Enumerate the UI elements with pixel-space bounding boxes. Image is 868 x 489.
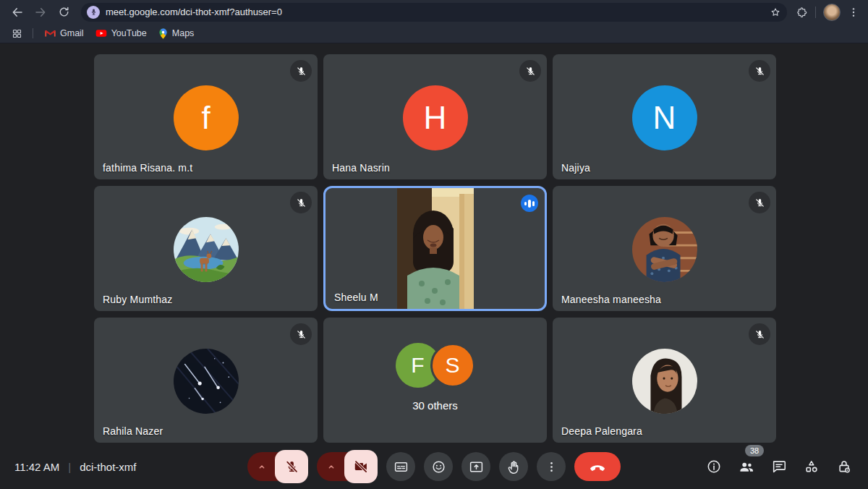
address-bar[interactable]: meet.google.com/dci-thot-xmf?authuser=0 bbox=[81, 3, 787, 22]
bookmark-star-icon[interactable] bbox=[770, 7, 781, 18]
avatar-letter: S bbox=[445, 353, 459, 378]
browser-toolbar: meet.google.com/dci-thot-xmf?authuser=0 bbox=[0, 0, 868, 24]
others-tile[interactable]: F S 30 others bbox=[323, 318, 547, 443]
chat-icon bbox=[771, 459, 787, 475]
chevron-up-icon bbox=[326, 461, 337, 472]
participant-name: Maneesha maneesha bbox=[561, 294, 661, 305]
participant-name: fathima Risana. m.t bbox=[103, 162, 192, 174]
toolbar-right-cluster bbox=[793, 4, 862, 21]
meeting-bottom-bar: 11:42 AM | dci-thot-xmf bbox=[0, 444, 868, 489]
meeting-details-button[interactable] bbox=[705, 457, 723, 476]
meeting-code: dci-thot-xmf bbox=[80, 461, 136, 473]
participant-grid: f fathima Risana. m.t H Hana Nasrin N Na… bbox=[94, 54, 776, 443]
avatar-letter: H bbox=[424, 100, 447, 136]
others-avatars: F S bbox=[396, 343, 475, 388]
bookmark-maps[interactable]: Maps bbox=[153, 26, 200, 41]
call-controls bbox=[247, 450, 621, 483]
muted-mic-icon bbox=[290, 323, 312, 345]
participant-name: Sheelu M bbox=[334, 292, 378, 303]
participant-tile-hana[interactable]: H Hana Nasrin bbox=[323, 54, 547, 179]
present-screen-icon bbox=[469, 459, 484, 475]
microphone-icon bbox=[90, 8, 98, 16]
bookmark-gmail[interactable]: Gmail bbox=[39, 26, 90, 41]
extensions-button[interactable] bbox=[796, 6, 808, 18]
apps-grid-icon bbox=[12, 28, 22, 39]
chevron-up-icon bbox=[256, 461, 268, 472]
muted-mic-icon bbox=[749, 323, 770, 345]
raise-hand-icon bbox=[506, 459, 522, 475]
participant-tile-deepa[interactable]: Deepa Palengara bbox=[553, 318, 776, 443]
muted-mic-icon bbox=[519, 60, 541, 82]
back-button[interactable] bbox=[8, 3, 27, 22]
avatar: S bbox=[430, 343, 475, 388]
host-controls-button[interactable] bbox=[835, 457, 854, 476]
gmail-icon bbox=[45, 29, 56, 38]
people-icon bbox=[738, 458, 755, 475]
more-options-button[interactable] bbox=[537, 452, 566, 481]
mic-off-icon bbox=[284, 459, 299, 475]
camera-control-group bbox=[317, 450, 378, 483]
bookmarks-bar: Gmail YouTube Maps bbox=[0, 24, 868, 43]
apps-grid-button[interactable] bbox=[12, 28, 22, 39]
present-screen-button[interactable] bbox=[461, 452, 490, 481]
clock-time: 11:42 AM bbox=[14, 461, 59, 473]
mic-mute-button[interactable] bbox=[275, 450, 308, 483]
toolbar-divider bbox=[815, 7, 816, 18]
smiley-icon bbox=[431, 459, 446, 475]
lock-icon bbox=[836, 459, 852, 475]
three-dots-vertical-icon bbox=[545, 460, 558, 474]
participant-tile-sheelu[interactable]: Sheelu M bbox=[323, 186, 547, 311]
muted-mic-icon bbox=[749, 192, 770, 213]
panel-buttons: 38 bbox=[705, 457, 854, 476]
participant-tile-najiya[interactable]: N Najiya bbox=[553, 54, 776, 179]
people-button[interactable]: 38 bbox=[737, 457, 756, 476]
others-count-label: 30 others bbox=[412, 399, 458, 412]
meet-main-area: f fathima Risana. m.t H Hana Nasrin N Na… bbox=[0, 43, 868, 489]
speaking-audio-indicator bbox=[521, 195, 538, 212]
landscape-avatar bbox=[174, 217, 239, 285]
participant-name: Rahila Nazer bbox=[103, 425, 163, 437]
muted-mic-icon bbox=[290, 60, 312, 82]
muted-mic-icon bbox=[290, 192, 312, 213]
captions-button[interactable] bbox=[386, 452, 415, 481]
participant-name: Deepa Palengara bbox=[561, 425, 642, 437]
participant-tile-fathima[interactable]: f fathima Risana. m.t bbox=[94, 54, 318, 179]
photo-avatar-night-sky bbox=[174, 349, 239, 417]
forward-button[interactable] bbox=[31, 3, 50, 22]
participant-tile-ruby[interactable]: Ruby Mumthaz bbox=[94, 186, 318, 311]
photo-avatar-boy bbox=[632, 217, 697, 285]
end-call-button[interactable] bbox=[574, 452, 621, 481]
browser-profile-avatar[interactable] bbox=[823, 4, 841, 21]
activities-icon bbox=[804, 459, 820, 475]
info-icon bbox=[706, 459, 722, 475]
chat-button[interactable] bbox=[770, 457, 788, 476]
avatar-letter: F bbox=[411, 353, 424, 378]
avatar-letter: N bbox=[653, 100, 676, 136]
reload-button[interactable] bbox=[54, 3, 73, 22]
participant-count-badge: 38 bbox=[745, 445, 764, 456]
avatar-letter: f bbox=[201, 100, 210, 136]
participant-name: Hana Nasrin bbox=[332, 162, 390, 174]
url-text[interactable]: meet.google.com/dci-thot-xmf?authuser=0 bbox=[106, 7, 764, 17]
reload-icon bbox=[58, 6, 70, 18]
avatar: f bbox=[174, 85, 239, 150]
bookmark-youtube[interactable]: YouTube bbox=[90, 26, 153, 41]
three-dots-vertical-icon bbox=[848, 7, 859, 18]
youtube-icon bbox=[95, 29, 107, 38]
bookmark-label: YouTube bbox=[111, 28, 147, 38]
avatar: H bbox=[403, 85, 468, 150]
microphone-control-group bbox=[247, 450, 308, 483]
avatar: N bbox=[632, 85, 697, 150]
activities-button[interactable] bbox=[802, 457, 821, 476]
raise-hand-button[interactable] bbox=[499, 452, 528, 481]
participant-tile-rahila[interactable]: Rahila Nazer bbox=[94, 318, 318, 443]
muted-mic-icon bbox=[749, 60, 770, 82]
participant-tile-maneesha[interactable]: Maneesha maneesha bbox=[553, 186, 776, 311]
mic-in-use-indicator[interactable] bbox=[87, 6, 100, 19]
browser-menu-button[interactable] bbox=[848, 7, 859, 18]
reactions-button[interactable] bbox=[424, 452, 453, 481]
camera-off-button[interactable] bbox=[344, 450, 378, 483]
participant-name: Ruby Mumthaz bbox=[103, 294, 173, 305]
bookmark-label: Maps bbox=[172, 28, 195, 38]
bookmarks-divider bbox=[33, 28, 33, 38]
